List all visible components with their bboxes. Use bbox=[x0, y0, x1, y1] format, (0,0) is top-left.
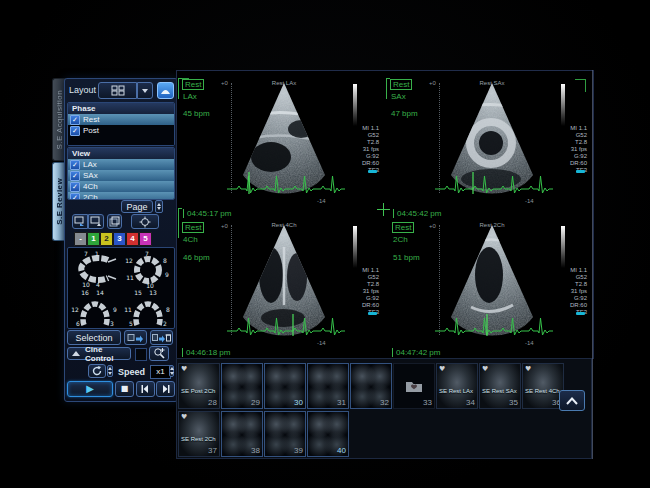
phase-item-rest[interactable]: ✓ Rest bbox=[68, 114, 174, 125]
send-to-review-button[interactable] bbox=[124, 330, 147, 345]
segment-diagram-lax[interactable]: 7 1 10 4 bbox=[70, 250, 120, 288]
image-param-text: 31 fps bbox=[333, 288, 379, 295]
page-spinner[interactable] bbox=[155, 200, 163, 213]
view-lax-label: LAx bbox=[83, 160, 97, 169]
viewport-rest-4ch[interactable]: 04:45:17 pm Rest 4Ch 46 bpm Rest 4Ch +0 bbox=[177, 215, 385, 358]
export-image-button[interactable] bbox=[72, 214, 88, 229]
phase-header: Phase bbox=[68, 103, 174, 114]
pages-button[interactable] bbox=[107, 214, 122, 229]
svg-text:4: 4 bbox=[96, 281, 100, 288]
step-back-button[interactable] bbox=[136, 381, 155, 397]
svg-text:9: 9 bbox=[113, 306, 117, 313]
selection-button[interactable]: Selection bbox=[67, 330, 121, 345]
score-button-4[interactable]: 4 bbox=[126, 232, 139, 246]
heart-icon: ♥ bbox=[482, 365, 488, 373]
cine-control-bar[interactable]: Cine Control bbox=[67, 347, 131, 360]
view-header: View bbox=[68, 148, 174, 159]
thumbnail-37[interactable]: ♥ SE Rest 2Ch 37 bbox=[178, 411, 220, 457]
spinner-down-icon bbox=[157, 207, 161, 210]
score-button-none[interactable]: - bbox=[74, 232, 87, 246]
view-item-sax[interactable]: ✓ SAx bbox=[68, 170, 174, 181]
stop-icon: ■ bbox=[121, 385, 129, 393]
svg-text:8: 8 bbox=[163, 257, 167, 264]
segment-diagram-sax[interactable]: 7 8 9 10 11 12 bbox=[123, 250, 173, 288]
segment-diagram-2ch[interactable]: 15 13 11 8 5 2 bbox=[123, 289, 173, 327]
svg-text:7: 7 bbox=[84, 250, 88, 257]
stop-button[interactable]: ■ bbox=[115, 381, 134, 397]
thumbnail-30[interactable]: 30 bbox=[264, 363, 306, 409]
depth-top-label: +0 bbox=[221, 223, 228, 229]
speed-value[interactable]: x1 bbox=[150, 365, 171, 379]
zoom-button[interactable] bbox=[149, 346, 169, 361]
thumbnail-36[interactable]: ♥ SE Rest 4Ch 36 bbox=[522, 363, 564, 409]
thumbnail-38[interactable]: 38 bbox=[221, 411, 263, 457]
page-button[interactable]: Page bbox=[121, 200, 153, 213]
score-button-2[interactable]: 2 bbox=[100, 232, 113, 246]
send-delete-button[interactable] bbox=[150, 330, 173, 345]
export-image-alt-button[interactable] bbox=[88, 214, 104, 229]
target-button[interactable] bbox=[131, 214, 159, 229]
depth-bottom-label: -14 bbox=[317, 198, 326, 204]
heart-rate-annotation: 46 bpm bbox=[183, 253, 210, 262]
grayscale-bar bbox=[561, 226, 565, 268]
step-forward-button[interactable] bbox=[156, 381, 175, 397]
depth-bottom-label: -14 bbox=[525, 198, 534, 204]
thumbnail-40[interactable]: 40 bbox=[307, 411, 349, 457]
stacked-pages-icon bbox=[109, 216, 121, 228]
image-param-text: G:92 bbox=[333, 153, 379, 160]
clip-start-time: 04:45:17 pm bbox=[183, 209, 231, 218]
view-item-2ch[interactable]: ✓ 2Ch bbox=[68, 192, 174, 200]
score-button-5[interactable]: 5 bbox=[139, 232, 152, 246]
thumbnail-number: 34 bbox=[466, 398, 475, 407]
heart-icon: ♥ bbox=[525, 365, 531, 373]
chevron-up-icon bbox=[565, 397, 579, 405]
loop-button[interactable] bbox=[88, 364, 106, 378]
svg-text:12: 12 bbox=[71, 306, 79, 313]
clip-end-time: 04:47:42 pm bbox=[392, 348, 440, 357]
filmstrip-collapse-button[interactable] bbox=[559, 390, 585, 411]
depth-top-label: +0 bbox=[429, 80, 436, 86]
layout-display-button[interactable] bbox=[157, 82, 174, 99]
thumbnail-33-folder[interactable]: 33 bbox=[393, 363, 435, 409]
view-item-lax[interactable]: ✓ LAx bbox=[68, 159, 174, 170]
image-param-text: MI 1.1 bbox=[333, 267, 379, 274]
layout-dropdown-chevron[interactable] bbox=[137, 82, 153, 99]
phase-item-post[interactable]: ✓ Post bbox=[68, 125, 174, 136]
checkbox-checked-icon[interactable]: ✓ bbox=[70, 193, 80, 201]
thumbnail-number: 28 bbox=[208, 398, 217, 407]
svg-text:10: 10 bbox=[146, 282, 154, 288]
selection-button-label: Selection bbox=[75, 333, 112, 343]
checkbox-checked-icon[interactable]: ✓ bbox=[70, 115, 80, 125]
viewport-rest-sax[interactable]: Rest SAx 47 bpm Rest SAx +0 bbox=[385, 71, 593, 214]
checkbox-checked-icon[interactable]: ✓ bbox=[70, 182, 80, 192]
score-button-3[interactable]: 3 bbox=[113, 232, 126, 246]
checkbox-checked-icon[interactable]: ✓ bbox=[70, 171, 80, 181]
checkbox-checked-icon[interactable]: ✓ bbox=[70, 160, 80, 170]
svg-text:13: 13 bbox=[149, 289, 157, 296]
thumbnail-29[interactable]: 29 bbox=[221, 363, 263, 409]
speed-spinner[interactable] bbox=[169, 365, 174, 377]
thumbnail-32[interactable]: 32 bbox=[350, 363, 392, 409]
thumbnail-31[interactable]: 31 bbox=[307, 363, 349, 409]
score-button-1[interactable]: 1 bbox=[87, 232, 100, 246]
thumbnail-34[interactable]: ♥ SE Rest LAx 34 bbox=[436, 363, 478, 409]
svg-text:15: 15 bbox=[134, 289, 142, 296]
image-param-text: T2.8 bbox=[541, 139, 587, 146]
ecg-trace bbox=[227, 167, 345, 197]
view-item-4ch[interactable]: ✓ 4Ch bbox=[68, 181, 174, 192]
thumbnail-35[interactable]: ♥ SE Rest SAx 35 bbox=[479, 363, 521, 409]
viewport-rest-lax[interactable]: Rest LAx 45 bpm Rest LAx +0 bbox=[177, 71, 385, 214]
thumbnail-number: 32 bbox=[380, 398, 389, 407]
segment-diagram-4ch[interactable]: 16 14 12 9 6 3 bbox=[70, 289, 120, 327]
phase-empty-row bbox=[68, 136, 174, 146]
thumbnail-39[interactable]: 39 bbox=[264, 411, 306, 457]
viewport-rest-2ch[interactable]: 04:45:42 pm Rest 2Ch 51 bpm Rest 2Ch +0 bbox=[385, 215, 593, 358]
layout-dropdown[interactable] bbox=[98, 82, 137, 99]
thumbnail-28[interactable]: ♥ SE Post 2Ch 28 bbox=[178, 363, 220, 409]
vendor-mark bbox=[576, 312, 585, 315]
crosshair-icon bbox=[139, 216, 151, 228]
loop-spinner[interactable] bbox=[107, 365, 113, 377]
play-button[interactable]: ▶ bbox=[67, 381, 113, 397]
svg-text:7: 7 bbox=[145, 250, 149, 257]
checkbox-checked-icon[interactable]: ✓ bbox=[70, 126, 80, 136]
